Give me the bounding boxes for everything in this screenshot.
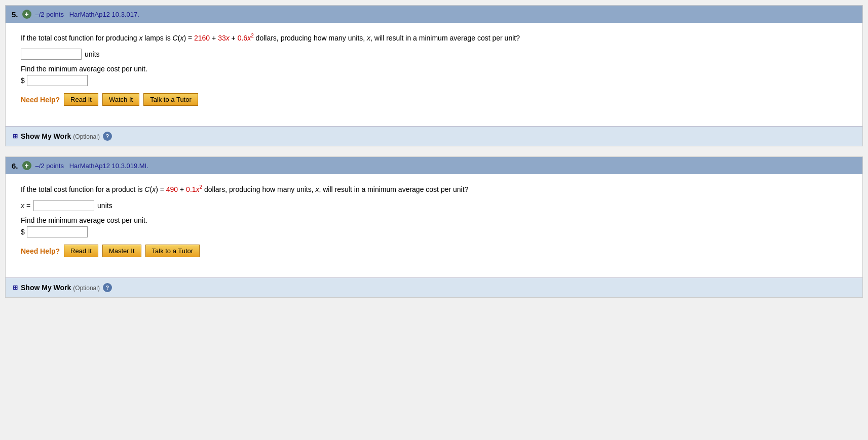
q6-red1: 490: [166, 185, 178, 193]
question-6-units-label: units: [97, 202, 112, 210]
question-5-mincost-section: Find the minimum average cost per unit. …: [21, 65, 847, 86]
question-6-number: 6.: [12, 162, 18, 170]
question-6-master-it-button[interactable]: Master It: [102, 245, 141, 257]
question-5-dollar-sign: $: [21, 76, 25, 85]
question-5-need-help-label: Need Help?: [21, 96, 60, 104]
question-6-cost-input[interactable]: [27, 226, 88, 237]
question-5-mincost-label: Find the minimum average cost per unit.: [21, 65, 847, 73]
question-6-talk-tutor-button[interactable]: Talk to a Tutor: [145, 245, 200, 257]
question-5-help-circle[interactable]: ?: [103, 132, 112, 141]
question-6-problem-text: If the total cost function for a product…: [21, 183, 847, 195]
question-6-dollar-row: $: [21, 226, 847, 237]
question-5: 5. + –/2 points HarMathAp12 10.3.017. If…: [5, 5, 863, 146]
question-6-read-it-button[interactable]: Read It: [64, 245, 98, 257]
question-6: 6. + –/2 points HarMathAp12 10.3.019.MI.…: [5, 156, 863, 298]
question-5-show-work-bar: ⊞ Show My Work (Optional) ?: [6, 126, 862, 146]
question-5-need-help-row: Need Help? Read It Watch It Talk to a Tu…: [21, 93, 847, 106]
question-5-points: –/2 points HarMathAp12 10.3.017.: [35, 11, 139, 18]
question-6-units-input[interactable]: [33, 200, 94, 211]
question-5-body: If the total cost function for producing…: [6, 23, 862, 116]
question-6-plus-icon[interactable]: +: [22, 161, 31, 170]
question-5-problem-text: If the total cost function for producing…: [21, 32, 847, 44]
q5-red1: 2160: [194, 34, 210, 42]
question-6-show-work-toggle[interactable]: ⊞: [13, 284, 18, 291]
question-5-read-it-button[interactable]: Read It: [64, 93, 98, 106]
question-5-show-work-text: Show My Work (Optional): [21, 132, 100, 140]
q5-red3: 0.6x2: [238, 34, 254, 42]
question-6-need-help-row: Need Help? Read It Master It Talk to a T…: [21, 245, 847, 257]
question-5-units-label: units: [85, 50, 100, 58]
question-5-plus-icon[interactable]: +: [22, 10, 31, 19]
question-5-cost-input[interactable]: [27, 75, 88, 86]
question-6-x-equals-label: x =: [21, 202, 30, 210]
question-6-mincost-section: Find the minimum average cost per unit. …: [21, 216, 847, 237]
question-6-optional-label: (Optional): [73, 285, 100, 292]
question-5-header: 5. + –/2 points HarMathAp12 10.3.017.: [6, 6, 862, 23]
question-5-talk-tutor-button[interactable]: Talk to a Tutor: [143, 93, 198, 106]
question-6-body: If the total cost function for a product…: [6, 174, 862, 267]
question-6-mincost-label: Find the minimum average cost per unit.: [21, 216, 847, 224]
question-6-show-work-text: Show My Work (Optional): [21, 284, 100, 292]
question-5-optional-label: (Optional): [73, 133, 100, 140]
question-6-dollar-sign: $: [21, 228, 25, 236]
question-6-help-circle[interactable]: ?: [103, 283, 112, 292]
question-6-points: –/2 points HarMathAp12 10.3.019.MI.: [35, 162, 148, 170]
question-5-show-work-toggle[interactable]: ⊞: [13, 133, 18, 140]
question-6-need-help-label: Need Help?: [21, 247, 60, 255]
question-5-dollar-row: $: [21, 75, 847, 86]
question-6-header: 6. + –/2 points HarMathAp12 10.3.019.MI.: [6, 157, 862, 174]
question-6-units-row: x = units: [21, 200, 847, 211]
question-5-watch-it-button[interactable]: Watch It: [102, 93, 139, 106]
question-5-number: 5.: [12, 10, 18, 19]
question-5-units-input[interactable]: [21, 49, 82, 60]
question-6-show-work-bar: ⊞ Show My Work (Optional) ?: [6, 277, 862, 297]
question-5-units-row: units: [21, 49, 847, 60]
q5-red2: 33x: [218, 34, 230, 42]
q6-red2: 0.1x2: [186, 185, 202, 193]
